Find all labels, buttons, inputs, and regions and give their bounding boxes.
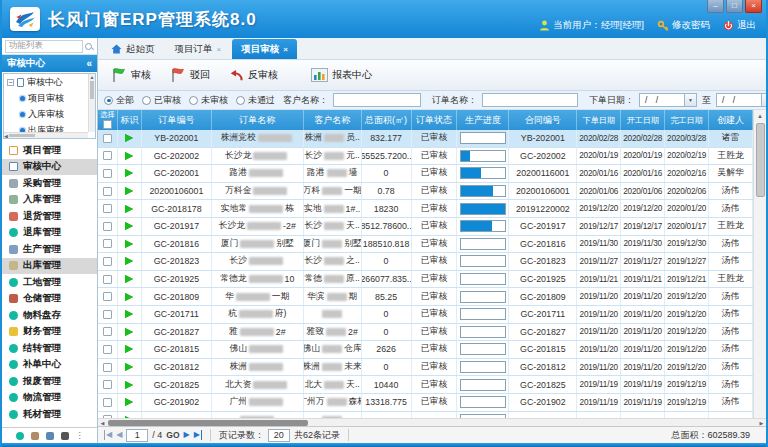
sidebar-panel-header[interactable]: 审核中心 « — [2, 55, 97, 72]
tab-project-orders[interactable]: 项目订单 × — [166, 39, 231, 59]
column-header-1[interactable]: 标识 — [118, 110, 142, 130]
table-row[interactable]: GC-201711杭府)0已审核GC-2017112019/11/202019/… — [98, 306, 753, 324]
table-row[interactable]: GC-202002长沙龙长沙元..65525.7200..已审核GC-20200… — [98, 148, 753, 166]
sidebar-item-3[interactable]: 入库管理 — [2, 192, 97, 209]
sidebar-item-15[interactable]: 物流管理 — [2, 390, 97, 407]
scroll-left-icon[interactable]: ◀ — [98, 420, 107, 426]
table-row[interactable]: GC-202001路港路港墙0已审核202001160012020/01/162… — [98, 165, 753, 183]
tree-vscrollbar[interactable]: ▲ — [88, 74, 95, 132]
table-row[interactable]: GC-201809华一期华滨期85.25已审核GC-2018092019/11/… — [98, 288, 753, 306]
sidebar-item-6[interactable]: 生产管理 — [2, 241, 97, 258]
grid-vscrollbar[interactable]: ▲ — [753, 110, 766, 418]
sidebar-item-1[interactable]: 审核中心 — [2, 159, 97, 176]
close-button[interactable]: × — [745, 0, 762, 13]
sidebar-item-10[interactable]: 物料盘存 — [2, 307, 97, 324]
tree-hscrollbar[interactable]: ◀ — [4, 132, 88, 138]
table-row[interactable]: GC-201902广州广州万森林13318.775已审核GC-201902201… — [98, 394, 753, 412]
tree-item-0[interactable]: 项目审核 — [4, 90, 95, 106]
row-checkbox[interactable] — [103, 363, 112, 372]
more-icon[interactable]: ⋮ — [76, 432, 84, 440]
dropdown-icon[interactable]: ▼ — [685, 93, 697, 107]
scroll-right-icon[interactable]: ▶ — [757, 420, 766, 426]
sidebar-item-14[interactable]: 报废管理 — [2, 373, 97, 390]
sidebar-item-11[interactable]: 财务管理 — [2, 324, 97, 341]
maximize-button[interactable]: □ — [726, 0, 743, 13]
sidebar-item-8[interactable]: 工地管理 — [2, 274, 97, 291]
row-checkbox[interactable] — [103, 239, 112, 248]
date-input[interactable]: / / — [639, 93, 685, 107]
search-icon[interactable] — [85, 43, 92, 50]
row-checkbox[interactable] — [103, 398, 112, 407]
table-row[interactable]: GC-201823长沙长沙之..0已审核GC-2018232019/11/272… — [98, 253, 753, 271]
column-header-9[interactable]: 下单日期 — [577, 110, 621, 130]
column-header-2[interactable]: 订单编号 — [142, 110, 212, 130]
sidebar-item-12[interactable]: 结转管理 — [2, 340, 97, 357]
dot-icon[interactable] — [16, 432, 24, 440]
row-checkbox[interactable] — [103, 169, 112, 178]
sidebar-item-13[interactable]: 补单中心 — [2, 357, 97, 374]
minimize-button[interactable]: – — [707, 0, 724, 13]
tab-home[interactable]: 起始页 — [102, 39, 164, 59]
table-row[interactable]: GC-201825北大资北大天..10440已审核GC-2018252019/1… — [98, 376, 753, 394]
row-checkbox[interactable] — [103, 257, 112, 266]
column-header-4[interactable]: 客户名称 — [304, 110, 362, 130]
cart-icon[interactable] — [31, 432, 39, 440]
column-header-5[interactable]: 总面积(㎡) — [362, 110, 412, 130]
column-header-0[interactable]: 选择 — [98, 110, 118, 130]
grid-hscrollbar[interactable]: ◀ ▶ — [98, 418, 766, 426]
row-checkbox[interactable] — [103, 415, 112, 418]
radio-option-2[interactable]: 未审核 — [189, 94, 228, 107]
column-header-11[interactable]: 完工日期 — [665, 110, 709, 130]
date-input[interactable]: / / — [716, 93, 762, 107]
row-checkbox[interactable] — [103, 310, 112, 319]
prev-page-button[interactable]: ◀ — [116, 430, 122, 440]
page-number-input[interactable]: 1 — [126, 429, 148, 442]
tab-project-audit[interactable]: 项目审核 × — [232, 39, 297, 59]
row-checkbox[interactable] — [103, 134, 112, 143]
table-row[interactable]: GC-201917长沙龙-2#长沙天..8512.78600..已审核GC-20… — [98, 218, 753, 236]
sidebar-item-16[interactable]: 耗材管理 — [2, 406, 97, 423]
scroll-thumb[interactable] — [108, 420, 308, 426]
table-row[interactable]: GC-201815佛山佛山仓库2626已审核GC-2018152019/11/2… — [98, 341, 753, 359]
reject-button[interactable]: 驳回 — [163, 64, 217, 86]
row-checkbox[interactable] — [103, 327, 112, 336]
function-search-input[interactable]: 功能列表 — [5, 40, 83, 53]
scroll-thumb[interactable] — [9, 134, 35, 137]
customer-name-input[interactable] — [333, 93, 421, 107]
radio-option-1[interactable]: 已审核 — [142, 94, 181, 107]
scroll-left-icon[interactable]: ◀ — [4, 133, 8, 138]
table-row[interactable]: GC-201827雅2#雅致2#0已审核GC-2018272019/11/202… — [98, 324, 753, 342]
page-size-input[interactable]: 20 — [268, 429, 290, 442]
tree-root[interactable]: − 审核中心 — [4, 74, 95, 90]
next-page-button[interactable]: ▶ — [184, 430, 190, 440]
sidebar-item-4[interactable]: 退货管理 — [2, 208, 97, 225]
collapse-icon[interactable]: « — [86, 58, 92, 69]
column-header-6[interactable]: 订单状态 — [412, 110, 458, 130]
report-center-button[interactable]: 报表中心 — [304, 65, 379, 85]
table-row[interactable]: GC-201816厦门别墅厦门别墅188510.818已审核GC-2018162… — [98, 236, 753, 254]
first-page-button[interactable]: ◀ — [104, 430, 112, 440]
audit-button[interactable]: 审核 — [104, 64, 158, 86]
radio-option-3[interactable]: 未通过 — [236, 94, 275, 107]
last-page-button[interactable]: ▶ — [194, 430, 202, 440]
order-name-input[interactable] — [482, 93, 578, 107]
table-row[interactable] — [98, 412, 753, 419]
radio-option-0[interactable]: 全部 — [104, 94, 134, 107]
tree-expander-icon[interactable]: − — [7, 79, 14, 86]
tree-item-1[interactable]: 入库审核 — [4, 106, 95, 122]
order-date-from[interactable]: / /▼ — [639, 93, 697, 107]
column-header-10[interactable]: 开工日期 — [621, 110, 665, 130]
column-header-7[interactable]: 生产进度 — [457, 110, 509, 130]
row-checkbox[interactable] — [103, 222, 112, 231]
row-checkbox[interactable] — [103, 275, 112, 284]
row-checkbox[interactable] — [103, 380, 112, 389]
sidebar-item-7[interactable]: 出库管理 — [2, 258, 97, 275]
sidebar-item-5[interactable]: 退库管理 — [2, 225, 97, 242]
table-row[interactable]: GC-2018178实地常栋实地1#..18230已审核201912200022… — [98, 200, 753, 218]
table-row[interactable]: YB-202001株洲党校株洲员..832.177已审核YB-202001202… — [98, 130, 753, 148]
scroll-thumb[interactable] — [90, 81, 94, 99]
scroll-up-icon[interactable]: ▲ — [90, 74, 95, 80]
row-checkbox[interactable] — [103, 345, 112, 354]
row-checkbox[interactable] — [103, 151, 112, 160]
column-header-12[interactable]: 创建人 — [709, 110, 753, 130]
